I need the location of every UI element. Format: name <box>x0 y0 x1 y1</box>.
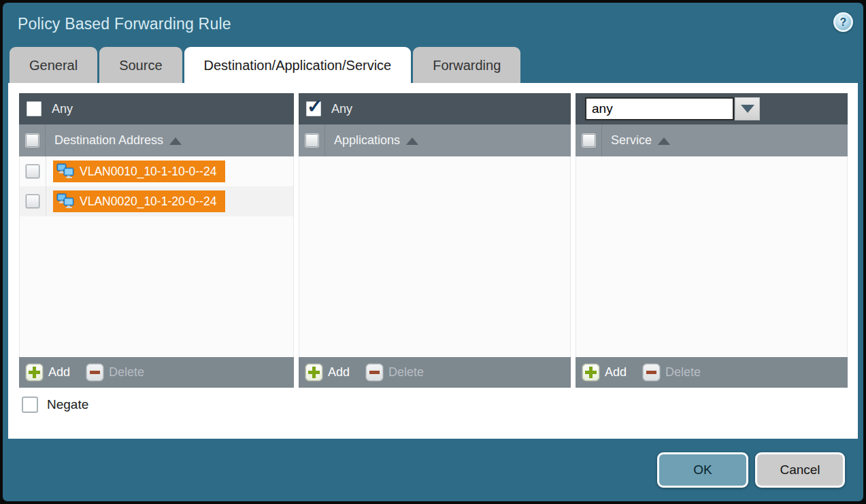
network-icon <box>56 163 75 180</box>
add-button[interactable]: Add <box>26 364 70 381</box>
destination-list: VLAN0010_10-1-10-0--24 <box>19 156 294 357</box>
sort-ascending-icon <box>169 137 182 145</box>
add-button[interactable]: Add <box>305 364 350 381</box>
title-bar: Policy Based Forwarding Rule ? <box>3 3 863 46</box>
destination-column-header: Destination Address <box>19 124 294 156</box>
row-checkbox-cell <box>20 156 46 186</box>
destination-column-title[interactable]: Destination Address <box>54 124 182 156</box>
delete-label: Delete <box>665 365 701 380</box>
applications-column-label: Applications <box>334 133 400 148</box>
add-button[interactable]: Add <box>582 364 627 381</box>
add-plus-icon <box>305 364 322 381</box>
delete-button[interactable]: Delete <box>643 364 701 381</box>
list-item[interactable]: VLAN0020_10-1-20-0--24 <box>20 186 293 216</box>
service-column-title[interactable]: Service <box>611 124 670 156</box>
list-item[interactable]: VLAN0010_10-1-10-0--24 <box>20 156 293 186</box>
applications-column-header: Applications <box>299 124 571 156</box>
address-object-label: VLAN0020_10-1-20-0--24 <box>80 195 216 209</box>
policy-forwarding-dialog: Policy Based Forwarding Rule ? General S… <box>3 3 863 501</box>
service-dropdown-value[interactable]: any <box>585 97 734 120</box>
negate-checkbox[interactable] <box>22 397 38 413</box>
service-toolbar: Add Delete <box>576 357 848 388</box>
tab-forwarding[interactable]: Forwarding <box>413 47 520 83</box>
address-object-chip[interactable]: VLAN0010_10-1-10-0--24 <box>53 161 225 182</box>
tab-content: Any Destination Address <box>8 83 858 439</box>
service-column-header: Service <box>576 124 848 156</box>
chevron-down-icon <box>741 105 754 113</box>
add-plus-icon <box>26 364 43 381</box>
add-label: Add <box>605 365 627 380</box>
delete-label: Delete <box>388 365 424 380</box>
service-list <box>576 156 848 357</box>
tab-bar: General Source Destination/Application/S… <box>10 47 520 83</box>
applications-column-title[interactable]: Applications <box>334 124 418 156</box>
service-dropdown[interactable]: any <box>585 97 760 120</box>
cancel-button[interactable]: Cancel <box>755 452 845 488</box>
destination-any-checkbox[interactable] <box>27 101 41 116</box>
row-checkbox-cell <box>20 186 46 216</box>
service-selectall-cell <box>576 124 602 156</box>
tab-destination-application-service[interactable]: Destination/Application/Service <box>184 47 412 83</box>
tab-general[interactable]: General <box>10 47 97 83</box>
add-label: Add <box>328 365 350 380</box>
destination-selectall-checkbox[interactable] <box>26 134 39 147</box>
delete-minus-icon <box>86 364 103 381</box>
address-object-chip[interactable]: VLAN0020_10-1-20-0--24 <box>53 190 225 212</box>
delete-minus-icon <box>643 364 660 381</box>
add-label: Add <box>48 365 70 380</box>
delete-button[interactable]: Delete <box>366 364 424 381</box>
destination-selectall-cell <box>19 124 46 156</box>
screen: { "window": { "title": "Policy Based For… <box>0 0 866 504</box>
sort-ascending-icon <box>406 137 418 145</box>
destination-column-label: Destination Address <box>54 133 163 148</box>
applications-panel: Any Applications Add <box>299 93 571 388</box>
applications-toolbar: Add Delete <box>299 357 571 388</box>
negate-row: Negate <box>22 397 88 413</box>
destination-toolbar: Add Delete <box>19 357 294 388</box>
page-title: Policy Based Forwarding Rule <box>18 15 231 33</box>
applications-any-label: Any <box>331 102 352 116</box>
ok-button[interactable]: OK <box>657 452 748 488</box>
add-plus-icon <box>582 364 599 381</box>
row-checkbox[interactable] <box>26 165 39 178</box>
destination-address-panel: Any Destination Address <box>19 93 294 388</box>
service-selectall-checkbox[interactable] <box>582 134 595 147</box>
row-checkbox[interactable] <box>26 195 39 208</box>
applications-selectall-checkbox[interactable] <box>305 134 318 147</box>
service-panel: any Service <box>576 93 848 388</box>
panels-container: Any Destination Address <box>19 93 848 388</box>
applications-list <box>299 156 571 357</box>
help-icon[interactable]: ? <box>833 12 853 32</box>
destination-any-row: Any <box>19 93 294 124</box>
service-dropdown-button[interactable] <box>735 97 760 120</box>
destination-any-label: Any <box>52 102 73 116</box>
delete-label: Delete <box>109 365 144 380</box>
applications-any-row: Any <box>299 93 571 124</box>
delete-minus-icon <box>366 364 383 381</box>
sort-ascending-icon <box>658 137 670 145</box>
negate-label: Negate <box>47 397 88 412</box>
applications-any-checkbox[interactable] <box>306 101 321 116</box>
applications-selectall-cell <box>299 124 325 156</box>
address-object-label: VLAN0010_10-1-10-0--24 <box>80 165 216 179</box>
dialog-footer: OK Cancel <box>3 439 863 501</box>
network-icon <box>56 193 75 209</box>
tab-source[interactable]: Source <box>99 47 182 83</box>
service-dropdown-row: any <box>576 93 848 124</box>
delete-button[interactable]: Delete <box>86 364 144 381</box>
service-column-label: Service <box>611 133 652 148</box>
